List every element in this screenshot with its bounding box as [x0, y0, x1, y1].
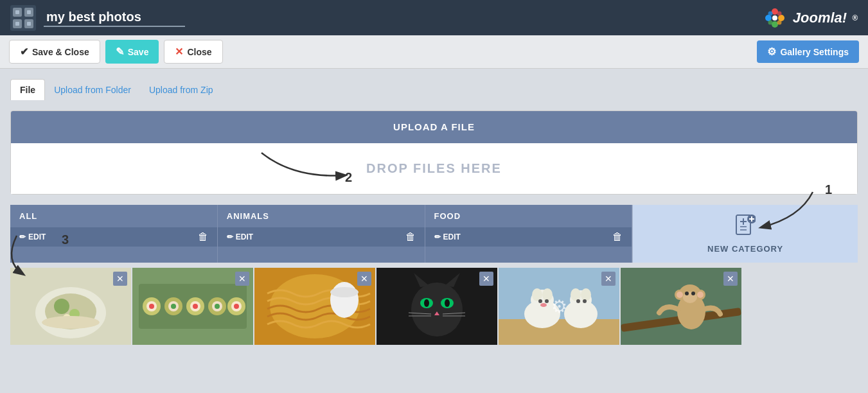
photo-item[interactable]: ✕ — [376, 268, 497, 345]
delete-animals-button[interactable]: 🗑 — [405, 231, 416, 243]
svg-point-52 — [330, 287, 359, 297]
svg-point-13 — [777, 20, 781, 24]
photo-remove-4[interactable]: ✕ — [479, 272, 493, 286]
svg-rect-5 — [27, 10, 31, 14]
gallery-title-input[interactable]: my best photos — [44, 8, 185, 27]
upload-section: UPLOAD A FILE 2 DROP FILES HERE — [10, 110, 858, 195]
plus-document-icon — [735, 214, 756, 241]
photo-remove-2[interactable]: ✕ — [235, 272, 249, 286]
svg-point-74 — [540, 303, 547, 307]
save-button[interactable]: ✎ Save — [105, 40, 159, 64]
svg-point-80 — [583, 299, 587, 303]
svg-point-28 — [54, 299, 69, 314]
pencil-icon: ✏ — [19, 232, 26, 241]
svg-point-10 — [772, 21, 778, 28]
main-content: File Upload from Folder Upload from Zip … — [0, 69, 868, 355]
svg-point-42 — [193, 304, 198, 309]
close-button[interactable]: ✕ Close — [164, 40, 222, 64]
edit-animals-button[interactable]: ✏ EDIT — [227, 232, 253, 241]
tab-file[interactable]: File — [10, 79, 45, 100]
photo-remove-5[interactable]: ✕ — [601, 272, 616, 286]
svg-point-60 — [445, 299, 450, 307]
photo-item[interactable]: ✕ — [621, 268, 741, 345]
annotation-2: 2 — [345, 170, 352, 185]
svg-point-15 — [768, 11, 772, 15]
svg-point-88 — [697, 292, 704, 298]
svg-point-14 — [768, 20, 772, 24]
gallery-settings-button[interactable]: ⚙ Gallery Settings — [757, 40, 859, 63]
delete-all-button[interactable]: 🗑 — [198, 231, 208, 243]
svg-point-79 — [576, 299, 580, 303]
checkmark-icon: ✔ — [20, 46, 28, 58]
svg-point-31 — [42, 316, 100, 329]
photo-item[interactable]: ✕ — [10, 268, 131, 345]
svg-rect-67 — [499, 319, 619, 345]
drop-zone[interactable]: 2 DROP FILES HERE — [11, 143, 857, 194]
app-logo — [10, 5, 36, 31]
photo-item[interactable]: ✕ — [254, 268, 375, 345]
new-category-button[interactable]: NEW CATEGORY — [632, 205, 858, 263]
svg-point-90 — [685, 292, 689, 295]
save-icon: ✎ — [116, 46, 124, 58]
new-category-label: NEW CATEGORY — [707, 244, 783, 254]
tab-upload-folder[interactable]: Upload from Folder — [45, 80, 140, 100]
save-close-button[interactable]: ✔ Save & Close — [9, 40, 100, 64]
svg-point-36 — [149, 304, 154, 309]
svg-rect-4 — [15, 10, 19, 14]
svg-point-45 — [215, 304, 220, 309]
edit-all-button[interactable]: ✏ EDIT — [19, 232, 46, 241]
close-icon: ✕ — [175, 46, 183, 58]
svg-point-11 — [765, 15, 772, 21]
categories-row: 1 ALL ✏ EDIT 🗑 ANIMALS ✏ EDIT 🗑 FO — [10, 205, 858, 263]
toolbar: ✔ Save & Close ✎ Save ✕ Close ⚙ Gallery … — [0, 35, 868, 69]
svg-point-16 — [772, 15, 777, 21]
svg-rect-7 — [27, 22, 31, 26]
svg-point-12 — [777, 11, 781, 15]
svg-point-91 — [691, 292, 695, 295]
svg-point-8 — [772, 8, 778, 15]
annotation-1: 1 — [825, 182, 832, 197]
photo-remove-6[interactable]: ✕ — [723, 272, 738, 286]
tab-upload-zip[interactable]: Upload from Zip — [140, 80, 222, 100]
annotation-3: 3 — [62, 232, 69, 247]
svg-rect-6 — [15, 22, 19, 26]
gear-icon: ⚙ — [767, 46, 776, 58]
photo-item[interactable]: ✕ — [132, 268, 253, 345]
photo-remove-1[interactable]: ✕ — [113, 272, 127, 286]
photo-item-1-wrapper: 3 ✕ — [10, 268, 132, 345]
svg-point-54 — [411, 283, 463, 336]
svg-point-48 — [234, 304, 239, 309]
category-food[interactable]: FOOD ✏ EDIT 🗑 — [425, 205, 633, 263]
toolbar-left: ✔ Save & Close ✎ Save ✕ Close — [9, 40, 223, 64]
upload-file-button[interactable]: UPLOAD A FILE — [11, 111, 857, 143]
svg-point-86 — [677, 292, 683, 298]
pencil-icon-food: ✏ — [434, 232, 441, 241]
header-left: my best photos — [10, 5, 185, 31]
edit-food-button[interactable]: ✏ EDIT — [434, 232, 461, 241]
svg-point-72 — [538, 299, 542, 303]
svg-point-73 — [545, 299, 549, 303]
svg-point-70 — [532, 288, 542, 301]
arrow-2-annotation — [242, 146, 384, 185]
pencil-icon-animals: ✏ — [227, 232, 233, 241]
joomla-logo: Joomla! ® — [762, 5, 858, 31]
photo-grid: 3 ✕ — [10, 263, 858, 345]
svg-point-78 — [581, 288, 591, 301]
delete-food-button[interactable]: 🗑 — [612, 231, 623, 243]
photo-item[interactable]: ⚙ ✕ — [499, 268, 619, 345]
photo-settings-icon: ⚙ — [551, 296, 567, 317]
header: my best photos Joomla! ® — [0, 0, 868, 35]
category-all[interactable]: ALL ✏ EDIT 🗑 — [10, 205, 218, 263]
svg-point-77 — [571, 288, 581, 301]
svg-point-59 — [424, 299, 429, 307]
svg-point-9 — [778, 15, 784, 21]
tab-bar: File Upload from Folder Upload from Zip — [10, 79, 858, 100]
photo-remove-3[interactable]: ✕ — [357, 272, 371, 286]
category-animals[interactable]: ANIMALS ✏ EDIT 🗑 — [218, 205, 425, 263]
joomla-text: Joomla! — [793, 10, 847, 26]
drop-files-label: DROP FILES HERE — [366, 161, 502, 175]
svg-point-39 — [171, 304, 176, 309]
